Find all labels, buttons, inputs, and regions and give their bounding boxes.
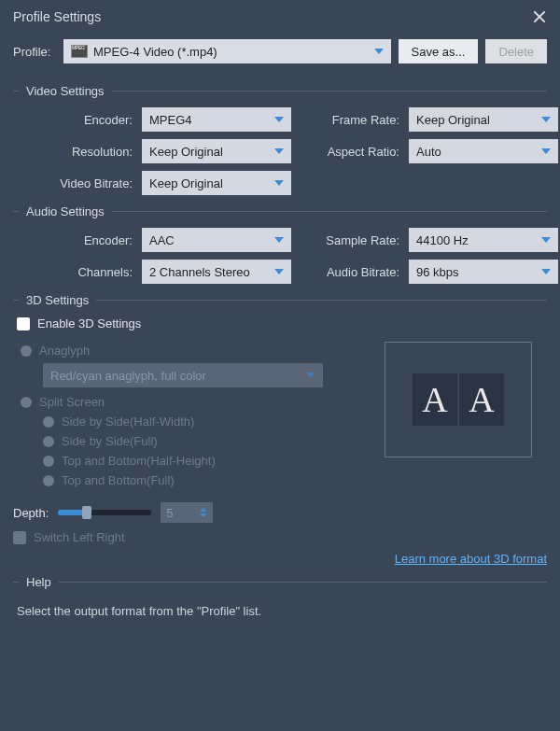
samplerate-value: 44100 Hz [416, 233, 469, 247]
slider-fill [58, 510, 84, 515]
mp4-file-icon [71, 45, 88, 58]
chevron-down-icon [374, 49, 384, 54]
video-settings-heading: Video Settings [26, 84, 105, 98]
chevron-down-icon [541, 237, 551, 243]
radio-icon [43, 436, 54, 447]
preview-letter-left: A [413, 373, 457, 426]
encoder-label: Encoder: [13, 113, 134, 127]
audio-encoder-label: Encoder: [13, 233, 134, 247]
sbs-half-radio: Side by Side(Half-Width) [43, 415, 353, 429]
split-screen-radio: Split Screen [21, 395, 353, 409]
depth-value: 5 [166, 506, 173, 520]
aspect-select[interactable]: Auto [409, 139, 558, 163]
aspect-label: Aspect Ratio: [299, 145, 401, 159]
divider [13, 300, 19, 301]
slider-thumb [82, 506, 91, 519]
tab-half-label: Top and Bottom(Half-Height) [62, 454, 216, 468]
tab-full-label: Top and Bottom(Full) [62, 473, 175, 487]
chevron-down-icon [541, 117, 551, 122]
switch-lr-checkbox: Switch Left Right [13, 530, 547, 544]
chevron-down-icon [200, 513, 207, 517]
resolution-value: Keep Original [149, 145, 223, 159]
profile-select[interactable]: MPEG-4 Video (*.mp4) [63, 39, 391, 63]
audio-bitrate-label: Audio Bitrate: [299, 265, 401, 279]
chevron-down-icon [541, 269, 551, 274]
delete-button: Delete [485, 39, 547, 63]
video-encoder-value: MPEG4 [149, 113, 192, 127]
video-encoder-select[interactable]: MPEG4 [142, 107, 291, 132]
radio-icon [21, 397, 32, 408]
depth-slider[interactable] [58, 510, 151, 515]
enable-3d-checkbox[interactable]: Enable 3D Settings [17, 316, 543, 330]
framerate-select[interactable]: Keep Original [409, 107, 558, 132]
close-icon[interactable] [532, 9, 547, 24]
checkbox-icon [17, 317, 30, 330]
help-text: Select the output format from the "Profi… [13, 598, 547, 624]
samplerate-select[interactable]: 44100 Hz [409, 228, 558, 252]
audio-encoder-select[interactable]: AAC [142, 228, 291, 252]
anaglyph-mode-value: Red/cyan anaglyph, full color [50, 369, 206, 383]
split-screen-label: Split Screen [39, 395, 105, 409]
chevron-down-icon [274, 237, 284, 243]
divider [13, 91, 19, 91]
sbs-full-label: Side by Side(Full) [62, 434, 158, 448]
audio-encoder-value: AAC [149, 233, 175, 247]
audio-settings-heading: Audio Settings [26, 204, 105, 218]
divider [112, 211, 547, 212]
framerate-value: Keep Original [416, 113, 490, 127]
chevron-down-icon [274, 180, 284, 186]
framerate-label: Frame Rate: [299, 113, 401, 127]
divider [13, 582, 19, 583]
chevron-down-icon [274, 148, 284, 154]
aspect-value: Auto [416, 145, 441, 159]
save-as-button[interactable]: Save as... [399, 39, 479, 63]
sbs-half-label: Side by Side(Half-Width) [62, 415, 194, 429]
profile-label: Profile: [13, 45, 56, 59]
video-bitrate-select[interactable]: Keep Original [142, 171, 291, 195]
depth-label: Depth: [13, 506, 49, 520]
channels-select[interactable]: 2 Channels Stereo [142, 260, 291, 284]
radio-icon [21, 345, 32, 357]
anaglyph-mode-select: Red/cyan anaglyph, full color [43, 363, 323, 387]
3d-settings-heading: 3D Settings [26, 293, 89, 307]
tab-half-radio: Top and Bottom(Half-Height) [43, 454, 353, 468]
preview-letter-right: A [459, 373, 504, 426]
tab-full-radio: Top and Bottom(Full) [43, 473, 353, 487]
chevron-down-icon [274, 117, 284, 122]
divider [112, 91, 547, 91]
learn-more-link[interactable]: Learn more about 3D format [13, 552, 547, 566]
samplerate-label: Sample Rate: [299, 233, 401, 247]
radio-icon [43, 475, 54, 486]
radio-icon [43, 416, 54, 428]
divider [96, 300, 547, 301]
sbs-full-radio: Side by Side(Full) [43, 434, 353, 448]
audio-bitrate-select[interactable]: 96 kbps [409, 260, 558, 284]
divider [13, 211, 19, 212]
chevron-down-icon [306, 373, 315, 378]
video-bitrate-label: Video Bitrate: [13, 176, 134, 190]
channels-label: Channels: [13, 265, 134, 279]
profile-value: MPEG-4 Video (*.mp4) [93, 45, 369, 59]
anaglyph-label: Anaglyph [39, 344, 90, 358]
enable-3d-label: Enable 3D Settings [37, 316, 141, 330]
chevron-up-icon [200, 508, 207, 512]
anaglyph-radio: Anaglyph [21, 344, 353, 358]
switch-lr-label: Switch Left Right [34, 530, 125, 544]
checkbox-icon [13, 531, 26, 544]
divider [59, 582, 547, 583]
depth-spinner: 5 [161, 502, 213, 523]
resolution-label: Resolution: [13, 145, 134, 159]
help-heading: Help [26, 575, 51, 589]
radio-icon [43, 456, 54, 467]
channels-value: 2 Channels Stereo [149, 265, 250, 279]
audio-bitrate-value: 96 kbps [416, 265, 459, 279]
resolution-select[interactable]: Keep Original [142, 139, 291, 163]
chevron-down-icon [274, 269, 284, 274]
3d-preview: A A [385, 342, 532, 457]
chevron-down-icon [541, 148, 551, 154]
page-title: Profile Settings [13, 9, 101, 24]
video-bitrate-value: Keep Original [149, 176, 223, 190]
